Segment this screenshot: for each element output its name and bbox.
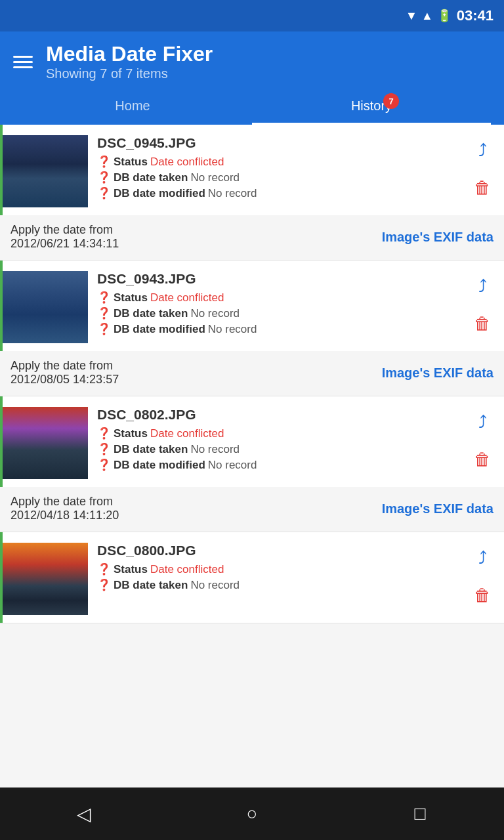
share-button[interactable]: ⤴ — [476, 138, 490, 163]
help-icon[interactable]: ❓ — [97, 322, 111, 336]
item-main: DSC_0943.JPG ❓ Status Date conflicted ❓ … — [0, 261, 504, 351]
item-actions: ⤴ 🗑 — [471, 271, 494, 337]
app-subtitle: Showing 7 of 7 items — [46, 66, 213, 81]
item-main: DSC_0802.JPG ❓ Status Date conflicted ❓ … — [0, 396, 504, 487]
status-value: Date conflicted — [150, 156, 224, 169]
exif-button[interactable]: Image's EXIF data — [382, 366, 494, 381]
db-date-taken-row: ❓ DB date taken No record — [97, 306, 471, 320]
list-item: DSC_0945.JPG ❓ Status Date conflicted ❓ … — [0, 125, 504, 261]
trash-icon: 🗑 — [474, 450, 491, 469]
help-icon[interactable]: ❓ — [97, 306, 111, 320]
db-date-taken-value: No record — [190, 307, 240, 320]
item-actions: ⤴ 🗑 — [471, 407, 494, 472]
bottom-nav: ◁ ○ □ — [0, 788, 504, 840]
db-date-modified-row: ❓ DB date modified No record — [97, 458, 471, 472]
exif-button[interactable]: Image's EXIF data — [382, 230, 494, 245]
list-item: DSC_0800.JPG ❓ Status Date conflicted ❓ … — [0, 532, 504, 623]
status-value: Date conflicted — [150, 427, 224, 440]
filename: DSC_0945.JPG — [97, 135, 471, 151]
help-icon[interactable]: ❓ — [97, 427, 111, 440]
help-icon[interactable]: ❓ — [97, 458, 111, 472]
share-icon: ⤴ — [478, 140, 487, 160]
home-icon: ○ — [247, 803, 258, 824]
db-date-modified-row: ❓ DB date modified No record — [97, 322, 471, 336]
item-actions: ⤴ 🗑 — [471, 135, 494, 201]
recents-icon: □ — [415, 803, 426, 824]
db-date-modified-value: No record — [208, 323, 257, 336]
back-button[interactable]: ◁ — [64, 794, 104, 833]
share-icon: ⤴ — [478, 548, 487, 568]
history-badge: 7 — [383, 93, 399, 109]
status-value: Date conflicted — [150, 291, 224, 304]
db-date-taken-row: ❓ DB date taken No record — [97, 578, 471, 592]
app-title: Media Date Fixer — [46, 42, 213, 66]
delete-button[interactable]: 🗑 — [471, 175, 494, 201]
clock: 03:41 — [457, 7, 494, 24]
header-top: Media Date Fixer Showing 7 of 7 items — [13, 42, 491, 81]
status-row: ❓ Status Date conflicted — [97, 427, 471, 440]
status-value: Date conflicted — [150, 563, 224, 576]
recents-button[interactable]: □ — [400, 794, 440, 833]
apply-text: Apply the date from 2012/06/21 14:34:11 — [10, 223, 119, 251]
tab-home[interactable]: Home — [13, 89, 252, 125]
trash-icon: 🗑 — [474, 314, 491, 333]
share-icon: ⤴ — [478, 412, 487, 432]
db-date-taken-value: No record — [190, 579, 240, 592]
back-icon: ◁ — [77, 803, 91, 825]
item-main: DSC_0945.JPG ❓ Status Date conflicted ❓ … — [0, 125, 504, 215]
status-bar: ▼ ▲ 🔋 03:41 — [0, 0, 504, 32]
help-icon[interactable]: ❓ — [97, 578, 111, 592]
apply-section: Apply the date from 2012/08/05 14:23:57 … — [0, 351, 504, 396]
share-button[interactable]: ⤴ — [476, 410, 490, 435]
item-main: DSC_0800.JPG ❓ Status Date conflicted ❓ … — [0, 532, 504, 623]
db-date-taken-value: No record — [190, 171, 240, 184]
exif-button[interactable]: Image's EXIF data — [382, 501, 494, 516]
db-date-modified-value: No record — [208, 459, 257, 472]
db-date-modified-row: ❓ DB date modified No record — [97, 186, 471, 200]
db-date-taken-row: ❓ DB date taken No record — [97, 442, 471, 456]
hamburger-menu[interactable] — [13, 56, 33, 68]
thumbnail — [3, 407, 88, 479]
help-icon[interactable]: ❓ — [97, 155, 111, 169]
trash-icon: 🗑 — [474, 178, 491, 198]
status-row: ❓ Status Date conflicted — [97, 291, 471, 304]
filename: DSC_0800.JPG — [97, 543, 471, 558]
delete-button[interactable]: 🗑 — [471, 447, 494, 472]
help-icon[interactable]: ❓ — [97, 291, 111, 304]
help-icon[interactable]: ❓ — [97, 186, 111, 200]
signal-icon: ▲ — [421, 9, 433, 23]
filename: DSC_0943.JPG — [97, 271, 471, 287]
trash-icon: 🗑 — [474, 585, 491, 605]
apply-section: Apply the date from 2012/06/21 14:34:11 … — [0, 215, 504, 260]
delete-button[interactable]: 🗑 — [471, 583, 494, 608]
content-area: DSC_0945.JPG ❓ Status Date conflicted ❓ … — [0, 125, 504, 676]
thumbnail — [3, 271, 88, 343]
db-date-taken-row: ❓ DB date taken No record — [97, 171, 471, 184]
list-item: DSC_0802.JPG ❓ Status Date conflicted ❓ … — [0, 396, 504, 532]
help-icon[interactable]: ❓ — [97, 562, 111, 576]
status-row: ❓ Status Date conflicted — [97, 155, 471, 169]
db-date-taken-value: No record — [190, 443, 240, 456]
share-icon: ⤴ — [478, 276, 487, 296]
battery-icon: 🔋 — [437, 9, 452, 23]
delete-button[interactable]: 🗑 — [471, 311, 494, 337]
db-date-modified-value: No record — [208, 187, 257, 200]
thumbnail — [3, 543, 88, 615]
apply-text: Apply the date from 2012/08/05 14:23:57 — [10, 359, 119, 387]
apply-text: Apply the date from 2012/04/18 14:11:20 — [10, 495, 119, 522]
help-icon[interactable]: ❓ — [97, 442, 111, 456]
share-button[interactable]: ⤴ — [476, 545, 490, 571]
item-info: DSC_0800.JPG ❓ Status Date conflicted ❓ … — [97, 543, 471, 594]
list-item: DSC_0943.JPG ❓ Status Date conflicted ❓ … — [0, 261, 504, 396]
tab-history[interactable]: History 7 — [252, 89, 491, 125]
thumbnail — [3, 135, 88, 207]
apply-section: Apply the date from 2012/04/18 14:11:20 … — [0, 487, 504, 532]
item-info: DSC_0802.JPG ❓ Status Date conflicted ❓ … — [97, 407, 471, 474]
item-info: DSC_0945.JPG ❓ Status Date conflicted ❓ … — [97, 135, 471, 202]
item-actions: ⤴ 🗑 — [471, 543, 494, 608]
app-header: Media Date Fixer Showing 7 of 7 items Ho… — [0, 32, 504, 125]
share-button[interactable]: ⤴ — [476, 274, 490, 299]
home-button[interactable]: ○ — [232, 794, 272, 833]
help-icon[interactable]: ❓ — [97, 171, 111, 184]
status-icons: ▼ ▲ 🔋 — [406, 9, 452, 23]
